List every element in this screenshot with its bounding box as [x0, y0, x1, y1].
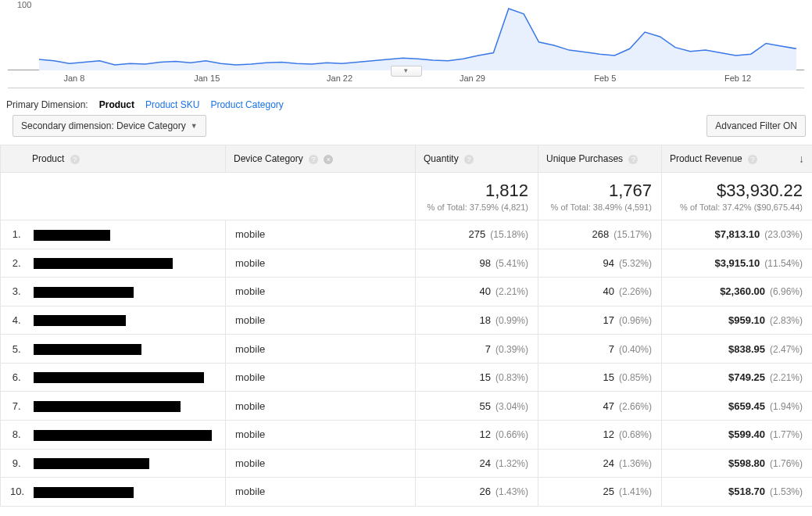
- summary-value: 1,812: [425, 181, 528, 201]
- help-icon[interactable]: ?: [628, 155, 638, 164]
- cell-quantity: 7(0.39%): [416, 335, 538, 364]
- primary-dimension-bar: Primary Dimension: Product Product SKU P…: [0, 99, 812, 115]
- table-row[interactable]: 7.mobile55(3.04%)47(2.66%)$659.45(1.94%): [1, 392, 813, 421]
- summary-blank: [1, 173, 416, 220]
- cell-device: mobile: [226, 278, 416, 306]
- col-header-product[interactable]: Product ?: [1, 145, 226, 173]
- table-row[interactable]: 9.mobile24(1.32%)24(1.36%)$598.80(1.76%): [1, 449, 813, 478]
- col-header-label: Unique Purchases: [546, 153, 623, 164]
- cell-product[interactable]: [24, 420, 226, 449]
- redacted-product: [34, 344, 141, 355]
- chart-segment-toggle[interactable]: ▾: [391, 66, 422, 77]
- cell-unique: 40(2.26%): [538, 278, 662, 306]
- redacted-product: [34, 458, 149, 469]
- col-header-label: Device Category: [234, 153, 303, 164]
- cell-device: mobile: [226, 392, 416, 421]
- col-header-revenue[interactable]: Product Revenue ?: [662, 145, 812, 173]
- cell-revenue: $7,813.10(23.03%): [662, 220, 812, 249]
- cell-product[interactable]: [24, 392, 226, 421]
- cell-product[interactable]: [24, 449, 226, 478]
- help-icon[interactable]: ?: [309, 155, 318, 164]
- help-icon[interactable]: ?: [70, 155, 80, 164]
- cell-revenue: $838.95(2.47%): [662, 335, 812, 364]
- cell-device: mobile: [226, 420, 416, 449]
- col-header-quantity[interactable]: Quantity ?: [416, 145, 538, 173]
- chart-x-tick: Jan 29: [406, 73, 538, 83]
- cell-product[interactable]: [24, 220, 226, 249]
- row-index: 3.: [1, 278, 24, 306]
- redacted-product: [34, 287, 134, 298]
- primary-dimension-alt[interactable]: Product SKU: [145, 99, 199, 110]
- table-row[interactable]: 5.mobile7(0.39%)7(0.40%)$838.95(2.47%): [1, 335, 813, 364]
- table-controls: Secondary dimension: Device Category ▼ A…: [0, 115, 812, 145]
- help-icon[interactable]: ?: [464, 155, 474, 164]
- cell-quantity: 18(0.99%): [416, 306, 538, 335]
- cell-device: mobile: [226, 478, 416, 507]
- secondary-dimension-button[interactable]: Secondary dimension: Device Category ▼: [13, 115, 206, 137]
- cell-product[interactable]: [24, 363, 226, 392]
- cell-quantity: 26(1.43%): [416, 478, 538, 507]
- table-row[interactable]: 6.mobile15(0.83%)15(0.85%)$749.25(2.21%): [1, 363, 813, 392]
- primary-dimension-alt[interactable]: Product Category: [210, 99, 283, 110]
- col-header-label: Product Revenue: [670, 153, 742, 164]
- cell-product[interactable]: [24, 249, 226, 278]
- cell-revenue: $659.45(1.94%): [662, 392, 812, 421]
- cell-product[interactable]: [24, 478, 226, 507]
- redacted-product: [34, 372, 204, 383]
- cell-device: mobile: [226, 220, 416, 249]
- cell-unique: 24(1.36%): [538, 449, 662, 478]
- summary-revenue: $33,930.22 % of Total: 37.42% ($90,675.4…: [662, 173, 812, 220]
- cell-unique: 17(0.96%): [538, 306, 662, 335]
- summary-subtext: % of Total: 37.59% (4,821): [425, 202, 528, 212]
- help-icon[interactable]: ?: [748, 155, 757, 164]
- row-index: 1.: [1, 220, 24, 249]
- chart-x-tick: Jan 22: [274, 73, 406, 83]
- remove-dimension-icon[interactable]: ×: [324, 155, 333, 164]
- primary-dimension-current[interactable]: Product: [99, 99, 134, 110]
- chart-x-tick: Jan 15: [141, 73, 274, 83]
- summary-value: 1,767: [548, 181, 652, 201]
- summary-subtext: % of Total: 38.49% (4,591): [548, 202, 652, 212]
- table-row[interactable]: 1.mobile275(15.18%)268(15.17%)$7,813.10(…: [1, 220, 813, 249]
- cell-product[interactable]: [24, 335, 226, 364]
- cell-quantity: 40(2.21%): [416, 278, 538, 306]
- cell-unique: 25(1.41%): [538, 478, 662, 507]
- row-index: 9.: [1, 449, 24, 478]
- table-row[interactable]: 4.mobile18(0.99%)17(0.96%)$959.10(2.83%): [1, 306, 813, 335]
- redacted-product: [34, 401, 181, 412]
- report-table: Product ? Device Category ? × Quantity ?…: [0, 145, 812, 507]
- table-row[interactable]: 3.mobile40(2.21%)40(2.26%)$2,360.00(6.96…: [1, 278, 813, 306]
- secondary-dimension-label: Secondary dimension: Device Category: [21, 120, 186, 131]
- summary-subtext: % of Total: 37.42% ($90,675.44): [671, 202, 803, 212]
- row-index: 7.: [1, 392, 24, 421]
- advanced-filter-button[interactable]: Advanced Filter ON: [706, 115, 806, 137]
- chart-y-tick: 100: [17, 0, 31, 9]
- redacted-product: [34, 430, 212, 441]
- col-header-device[interactable]: Device Category ? ×: [226, 145, 416, 173]
- cell-revenue: $598.80(1.76%): [662, 449, 812, 478]
- cell-device: mobile: [226, 449, 416, 478]
- table-row[interactable]: 10.mobile26(1.43%)25(1.41%)$518.70(1.53%…: [1, 478, 813, 507]
- summary-value: $33,930.22: [671, 181, 803, 201]
- cell-quantity: 15(0.83%): [416, 363, 538, 392]
- cell-product[interactable]: [24, 306, 226, 335]
- cell-device: mobile: [226, 249, 416, 278]
- chart-x-tick: Jan 8: [8, 73, 141, 83]
- cell-unique: 12(0.68%): [538, 420, 662, 449]
- col-header-label: Product: [32, 153, 64, 164]
- primary-dimension-label: Primary Dimension:: [6, 99, 88, 110]
- cell-quantity: 275(15.18%): [416, 220, 538, 249]
- cell-product[interactable]: [24, 278, 226, 306]
- redacted-product: [34, 258, 173, 269]
- cell-unique: 15(0.85%): [538, 363, 662, 392]
- cell-device: mobile: [226, 306, 416, 335]
- table-row[interactable]: 2.mobile98(5.41%)94(5.32%)$3,915.10(11.5…: [1, 249, 813, 278]
- table-row[interactable]: 8.mobile12(0.66%)12(0.68%)$599.40(1.77%): [1, 420, 813, 449]
- table-header-row: Product ? Device Category ? × Quantity ?…: [1, 145, 813, 173]
- cell-revenue: $959.10(2.83%): [662, 306, 812, 335]
- cell-unique: 268(15.17%): [538, 220, 662, 249]
- advanced-filter-label: Advanced Filter ON: [715, 120, 797, 131]
- cell-quantity: 98(5.41%): [416, 249, 538, 278]
- col-header-unique[interactable]: Unique Purchases ?: [538, 145, 662, 173]
- cell-revenue: $749.25(2.21%): [662, 363, 812, 392]
